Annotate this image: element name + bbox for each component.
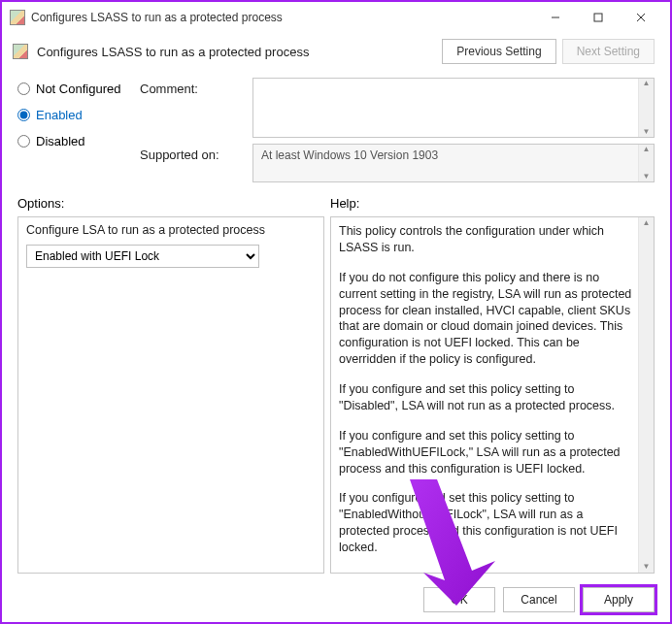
radio-not-configured[interactable]: Not Configured [17,82,134,96]
window-title: Configures LSASS to run as a protected p… [31,11,534,24]
comment-scrollbar[interactable]: ▲ ▼ [638,79,654,137]
help-scrollbar[interactable]: ▲ ▼ [638,217,654,573]
footer: OK Cancel Apply [2,581,670,622]
options-pane: Configure LSA to run as a protected proc… [17,216,324,574]
options-title: Configure LSA to run as a protected proc… [26,223,316,237]
next-setting-button[interactable]: Next Setting [562,39,655,64]
previous-setting-button[interactable]: Previous Setting [442,39,555,64]
help-paragraph: If you do not configure this policy and … [339,270,634,368]
help-paragraph: This policy controls the configuration u… [339,223,634,256]
policy-icon [12,43,29,60]
radio-enabled-label: Enabled [36,108,83,122]
apply-button[interactable]: Apply [583,587,655,612]
help-pane: This policy controls the configuration u… [330,216,655,574]
supported-text: At least Windows 10 Version 1903 [253,145,638,181]
scroll-up-icon: ▲ [643,79,651,88]
close-button[interactable] [620,3,662,32]
config-area: Not Configured Enabled Disabled Comment:… [2,74,670,182]
ok-button[interactable]: OK [423,587,495,612]
help-label: Help: [330,196,359,211]
radio-disabled[interactable]: Disabled [17,134,134,148]
header-row: Configures LSASS to run as a protected p… [2,33,670,74]
field-labels: Comment: Supported on: [140,78,247,182]
panes: Configure LSA to run as a protected proc… [2,216,670,581]
supported-scrollbar[interactable]: ▲ ▼ [638,145,654,181]
radio-enabled-input[interactable] [17,109,30,121]
svg-rect-1 [594,14,602,21]
state-radio-group: Not Configured Enabled Disabled [17,78,134,182]
comment-field-wrap: ▲ ▼ [252,78,655,138]
fields-col: ▲ ▼ At least Windows 10 Version 1903 ▲ ▼ [252,78,655,182]
maximize-button[interactable] [577,3,620,32]
radio-enabled[interactable]: Enabled [17,108,134,122]
comment-field[interactable] [253,79,638,137]
comment-label: Comment: [140,78,247,142]
radio-not-configured-label: Not Configured [36,82,120,96]
scroll-down-icon: ▼ [643,561,651,573]
help-paragraph: If you configure and set this policy set… [339,381,634,414]
options-label: Options: [17,196,330,211]
help-paragraph: If you configure and set this policy set… [339,428,634,477]
radio-disabled-label: Disabled [36,134,85,148]
cancel-button[interactable]: Cancel [503,587,575,612]
minimize-button[interactable] [534,3,577,32]
policy-name-label: Configures LSASS to run as a protected p… [37,45,309,59]
policy-editor-window: Configures LSASS to run as a protected p… [0,0,672,624]
policy-icon [10,10,25,25]
radio-not-configured-input[interactable] [17,82,30,95]
scroll-down-icon: ▼ [643,127,651,137]
supported-label: Supported on: [140,142,247,162]
radio-disabled-input[interactable] [17,135,30,148]
titlebar: Configures LSASS to run as a protected p… [2,2,670,33]
scroll-down-icon: ▼ [643,172,651,181]
scroll-up-icon: ▲ [643,145,651,154]
pane-labels: Options: Help: [2,182,670,216]
help-paragraph: If you configure and set this policy set… [339,490,634,556]
supported-field: At least Windows 10 Version 1903 ▲ ▼ [252,144,655,182]
lsa-mode-select[interactable]: Enabled with UEFI Lock [26,245,259,268]
scroll-up-icon: ▲ [643,217,651,229]
